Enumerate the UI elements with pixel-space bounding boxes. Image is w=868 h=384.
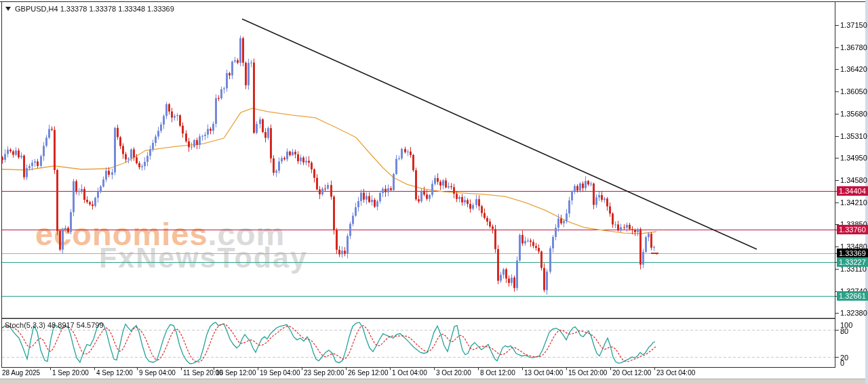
mt4-chart-window: economies.com FxNewsToday GBPUSD,H4 1.33… [0,0,868,384]
price-chart-canvas[interactable] [0,0,868,384]
